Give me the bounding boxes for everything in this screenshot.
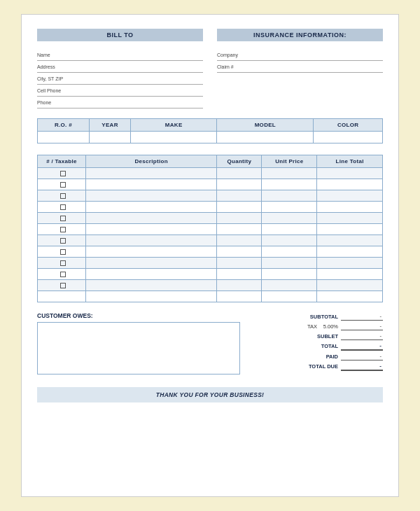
item-num-taxable-cell[interactable] <box>38 246 86 258</box>
item-price-cell[interactable] <box>262 291 317 302</box>
item-description-cell[interactable] <box>86 213 217 224</box>
table-row <box>38 235 383 246</box>
item-num-taxable-cell[interactable] <box>38 258 86 269</box>
item-total-cell[interactable] <box>317 168 383 179</box>
item-price-cell[interactable] <box>262 179 317 190</box>
vehicle-col-ro: R.O. # <box>38 119 90 132</box>
item-quantity-cell[interactable] <box>217 168 262 179</box>
item-description-cell[interactable] <box>86 190 217 202</box>
table-row <box>38 246 383 258</box>
item-quantity-cell[interactable] <box>217 258 262 269</box>
vehicle-year[interactable] <box>89 132 130 144</box>
item-price-cell[interactable] <box>262 235 317 246</box>
item-total-cell[interactable] <box>317 202 383 213</box>
item-num-taxable-cell[interactable] <box>38 235 86 246</box>
vehicle-model[interactable] <box>217 132 314 144</box>
total-due-label: TOTAL DUE <box>296 363 338 370</box>
item-num-taxable-cell[interactable] <box>38 269 86 280</box>
taxable-checkbox[interactable] <box>60 193 66 199</box>
subtotal-value: - <box>341 312 383 321</box>
item-total-cell[interactable] <box>317 280 383 291</box>
item-price-cell[interactable] <box>262 280 317 291</box>
vehicle-ro[interactable] <box>38 132 90 144</box>
bill-to-fields: Name Address City, ST ZIP Cell Phone Pho… <box>37 51 203 108</box>
item-num-taxable-cell[interactable] <box>38 190 86 202</box>
taxable-checkbox[interactable] <box>60 260 66 266</box>
item-quantity-cell[interactable] <box>217 280 262 291</box>
item-price-cell[interactable] <box>262 168 317 179</box>
item-description-cell[interactable] <box>86 269 217 280</box>
table-row <box>38 224 383 235</box>
table-row <box>38 190 383 202</box>
item-price-cell[interactable] <box>262 258 317 269</box>
item-description-cell[interactable] <box>86 168 217 179</box>
item-description-cell[interactable] <box>86 224 217 235</box>
item-num-taxable-cell[interactable] <box>38 280 86 291</box>
item-quantity-cell[interactable] <box>217 213 262 224</box>
item-price-cell[interactable] <box>262 213 317 224</box>
item-num-taxable-cell[interactable] <box>38 213 86 224</box>
item-description-cell[interactable] <box>86 258 217 269</box>
items-table: # / Taxable Description Quantity Unit Pr… <box>37 155 383 302</box>
item-description-cell[interactable] <box>86 179 217 190</box>
col-unit-price: Unit Price <box>262 155 317 168</box>
item-description-cell[interactable] <box>86 291 217 302</box>
item-total-cell[interactable] <box>317 291 383 302</box>
item-description-cell[interactable] <box>86 202 217 213</box>
item-price-cell[interactable] <box>262 202 317 213</box>
item-total-cell[interactable] <box>317 190 383 202</box>
col-line-total: Line Total <box>317 155 383 168</box>
tax-label: TAX <box>296 323 317 330</box>
item-quantity-cell[interactable] <box>217 190 262 202</box>
taxable-checkbox[interactable] <box>60 216 66 221</box>
item-quantity-cell[interactable] <box>217 246 262 258</box>
taxable-checkbox[interactable] <box>60 227 66 232</box>
item-total-cell[interactable] <box>317 179 383 190</box>
totals-section: SUBTOTAL - TAX 5.00% - SUBLET - TOTAL - … <box>247 312 383 372</box>
item-quantity-cell[interactable] <box>217 269 262 280</box>
item-total-cell[interactable] <box>317 213 383 224</box>
taxable-checkbox[interactable] <box>60 238 66 244</box>
taxable-checkbox[interactable] <box>60 283 66 288</box>
item-price-cell[interactable] <box>262 246 317 258</box>
item-quantity-cell[interactable] <box>217 235 262 246</box>
item-num-taxable-cell[interactable] <box>38 224 86 235</box>
item-num-taxable-cell[interactable] <box>38 291 86 302</box>
vehicle-table: R.O. # YEAR MAKE MODEL COLOR <box>37 118 383 144</box>
table-row <box>38 213 383 224</box>
item-quantity-cell[interactable] <box>217 224 262 235</box>
vehicle-make[interactable] <box>131 132 217 144</box>
field-claim: Claim # <box>217 63 383 73</box>
item-num-taxable-cell[interactable] <box>38 168 86 179</box>
header-row: BILL TO INSURANCE INFORMATION: <box>37 29 383 41</box>
table-row <box>38 202 383 213</box>
item-quantity-cell[interactable] <box>217 202 262 213</box>
invoice-container: BILL TO INSURANCE INFORMATION: Name Addr… <box>21 14 399 497</box>
item-total-cell[interactable] <box>317 224 383 235</box>
item-price-cell[interactable] <box>262 224 317 235</box>
item-description-cell[interactable] <box>86 235 217 246</box>
subtotal-row: SUBTOTAL - <box>247 312 383 321</box>
item-quantity-cell[interactable] <box>217 179 262 190</box>
item-description-cell[interactable] <box>86 246 217 258</box>
item-price-cell[interactable] <box>262 190 317 202</box>
taxable-checkbox[interactable] <box>60 204 66 210</box>
item-description-cell[interactable] <box>86 280 217 291</box>
taxable-checkbox[interactable] <box>60 171 66 176</box>
vehicle-color[interactable] <box>314 132 383 144</box>
taxable-checkbox[interactable] <box>60 249 66 255</box>
item-total-cell[interactable] <box>317 235 383 246</box>
item-total-cell[interactable] <box>317 246 383 258</box>
taxable-checkbox[interactable] <box>60 182 66 188</box>
item-quantity-cell[interactable] <box>217 291 262 302</box>
item-num-taxable-cell[interactable] <box>38 179 86 190</box>
customer-owes-box: CUSTOMER OWES: <box>37 312 240 374</box>
item-total-cell[interactable] <box>317 258 383 269</box>
table-row <box>38 280 383 291</box>
vehicle-col-make: MAKE <box>131 119 217 132</box>
item-total-cell[interactable] <box>317 269 383 280</box>
item-num-taxable-cell[interactable] <box>38 202 86 213</box>
customer-owes-textarea[interactable] <box>37 322 240 374</box>
item-price-cell[interactable] <box>262 269 317 280</box>
taxable-checkbox[interactable] <box>60 272 66 277</box>
